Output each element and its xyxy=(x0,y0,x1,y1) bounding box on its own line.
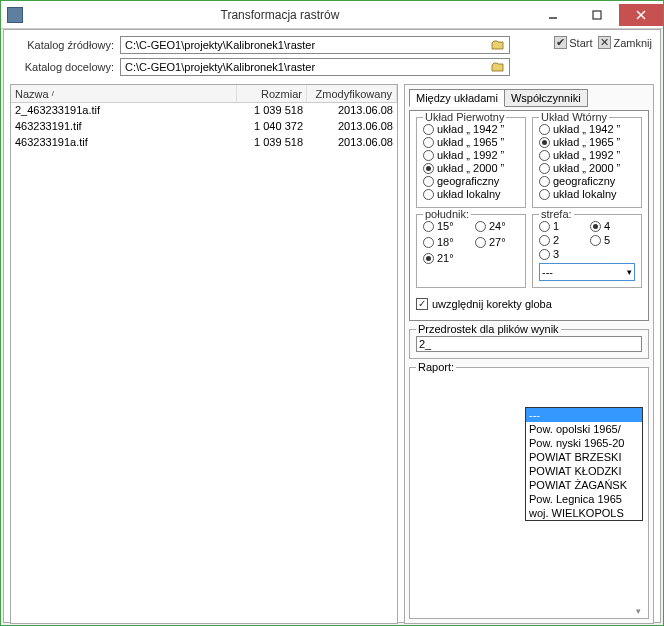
radio-primary-2000[interactable]: układ „ 2000 ” xyxy=(423,162,519,174)
close-label: Zamknij xyxy=(613,37,652,49)
file-list-header: Nazwa/ Rozmiar Zmodyfikowany xyxy=(11,85,397,103)
close-window-button[interactable] xyxy=(619,4,663,26)
source-dir-input-wrap xyxy=(120,36,510,54)
dropdown-item[interactable]: --- xyxy=(526,408,642,422)
list-item[interactable]: 463233191a.tif 1 039 518 2013.06.08 xyxy=(11,135,397,151)
window-title: Transformacja rastrów xyxy=(29,8,531,22)
maximize-button[interactable] xyxy=(575,4,619,26)
radio-secondary-1965[interactable]: układ „ 1965 ” xyxy=(539,136,635,148)
radio-primary-geo[interactable]: geograficzny xyxy=(423,175,519,187)
target-dir-input-wrap xyxy=(120,58,510,76)
col-name[interactable]: Nazwa/ xyxy=(11,85,237,102)
prefix-legend: Przedrostek dla plików wynik xyxy=(416,323,561,335)
meridian-legend: południk: xyxy=(423,208,471,220)
radio-zone-2[interactable]: 2 xyxy=(539,234,584,246)
start-button[interactable]: ✔ Start xyxy=(554,36,592,49)
app-window: Transformacja rastrów ✔ Start ✕ Zamknij … xyxy=(0,0,664,626)
browse-target-button[interactable] xyxy=(489,60,507,74)
output-prefix-input[interactable] xyxy=(416,336,642,352)
dropdown-item[interactable]: POWIAT ŻAGAŃSK xyxy=(526,478,642,492)
start-label: Start xyxy=(569,37,592,49)
title-bar[interactable]: Transformacja rastrów xyxy=(1,1,663,29)
check-icon: ✔ xyxy=(554,36,567,49)
transform-panel: Między układami Współczynniki Układ Pier… xyxy=(404,84,654,624)
report-legend: Raport: xyxy=(416,361,456,373)
folder-open-icon xyxy=(491,61,505,73)
list-item[interactable]: 463233191.tif 1 040 372 2013.06.08 xyxy=(11,119,397,135)
global-corrections-checkbox[interactable]: uwzględnij korekty globa xyxy=(416,298,642,310)
content-pane: ✔ Start ✕ Zamknij Katalog źródłowy: Kata… xyxy=(3,29,661,623)
close-dialog-button[interactable]: ✕ Zamknij xyxy=(598,36,652,49)
target-dir-label: Katalog docelowy: xyxy=(10,61,120,73)
checkbox-icon xyxy=(416,298,428,310)
dropdown-item[interactable]: POWIAT BRZESKI xyxy=(526,450,642,464)
radio-secondary-geo[interactable]: geograficzny xyxy=(539,175,635,187)
file-list[interactable]: Nazwa/ Rozmiar Zmodyfikowany 2_463233191… xyxy=(10,84,398,624)
minimize-button[interactable] xyxy=(531,4,575,26)
radio-zone-5[interactable]: 5 xyxy=(590,234,635,246)
radio-meridian-24[interactable]: 24° xyxy=(475,220,519,232)
radio-zone-1[interactable]: 1 xyxy=(539,220,584,232)
radio-zone-3[interactable]: 3 xyxy=(539,248,584,260)
radio-secondary-1942[interactable]: układ „ 1942 ” xyxy=(539,123,635,135)
col-size[interactable]: Rozmiar xyxy=(237,85,307,102)
radio-secondary-1992[interactable]: układ „ 1992 ” xyxy=(539,149,635,161)
target-dir-input[interactable] xyxy=(123,60,489,74)
zone-correction-value: --- xyxy=(542,266,553,278)
radio-primary-local[interactable]: układ lokalny xyxy=(423,188,519,200)
tab-between-systems[interactable]: Między układami xyxy=(409,89,505,107)
output-prefix-group: Przedrostek dla plików wynik xyxy=(409,329,649,359)
secondary-system-group: Układ Wtórny układ „ 1942 ” układ „ 1965… xyxy=(532,117,642,208)
primary-legend: Układ Pierwotny xyxy=(423,111,506,123)
radio-meridian-21[interactable]: 21° xyxy=(423,252,467,264)
source-dir-input[interactable] xyxy=(123,38,489,52)
dropdown-item[interactable]: woj. WIELKOPOLS xyxy=(526,506,642,520)
radio-secondary-local[interactable]: układ lokalny xyxy=(539,188,635,200)
source-dir-label: Katalog źródłowy: xyxy=(10,39,120,51)
svg-rect-1 xyxy=(593,11,601,19)
zone-correction-select[interactable]: --- ▾ xyxy=(539,263,635,281)
zone-legend: strefa: xyxy=(539,208,574,220)
browse-source-button[interactable] xyxy=(489,38,507,52)
radio-secondary-2000[interactable]: układ „ 2000 ” xyxy=(539,162,635,174)
tab-body: Układ Pierwotny układ „ 1942 ” układ „ 1… xyxy=(409,110,649,321)
tab-coefficients[interactable]: Współczynniki xyxy=(504,89,588,107)
radio-primary-1965[interactable]: układ „ 1965 ” xyxy=(423,136,519,148)
radio-primary-1942[interactable]: układ „ 1942 ” xyxy=(423,123,519,135)
app-icon xyxy=(7,7,23,23)
primary-system-group: Układ Pierwotny układ „ 1942 ” układ „ 1… xyxy=(416,117,526,208)
dropdown-item[interactable]: Pow. Legnica 1965 xyxy=(526,492,642,506)
meridian-group: południk: 15° 24° 18° 27° 21° xyxy=(416,214,526,288)
radio-meridian-27[interactable]: 27° xyxy=(475,236,519,248)
dropdown-item[interactable]: Pow. opolski 1965/ xyxy=(526,422,642,436)
global-corrections-label: uwzględnij korekty globa xyxy=(432,298,552,310)
close-icon: ✕ xyxy=(598,36,611,49)
folder-open-icon xyxy=(491,39,505,51)
dropdown-item[interactable]: Pow. nyski 1965-20 xyxy=(526,436,642,450)
chevron-down-icon: ▾ xyxy=(627,267,632,277)
col-date[interactable]: Zmodyfikowany xyxy=(307,85,397,102)
radio-zone-4[interactable]: 4 xyxy=(590,220,635,232)
zone-group: strefa: 1 4 2 5 3 --- ▾ xyxy=(532,214,642,288)
zone-correction-dropdown-list[interactable]: --- Pow. opolski 1965/ Pow. nyski 1965-2… xyxy=(525,407,643,521)
scroll-indicator-icon: ▾ xyxy=(636,606,646,616)
radio-meridian-15[interactable]: 15° xyxy=(423,220,467,232)
radio-primary-1992[interactable]: układ „ 1992 ” xyxy=(423,149,519,161)
sort-indicator-icon: / xyxy=(52,89,54,98)
secondary-legend: Układ Wtórny xyxy=(539,111,609,123)
dropdown-item[interactable]: POWIAT KŁODZKI xyxy=(526,464,642,478)
radio-meridian-18[interactable]: 18° xyxy=(423,236,467,248)
list-item[interactable]: 2_463233191a.tif 1 039 518 2013.06.08 xyxy=(11,103,397,119)
